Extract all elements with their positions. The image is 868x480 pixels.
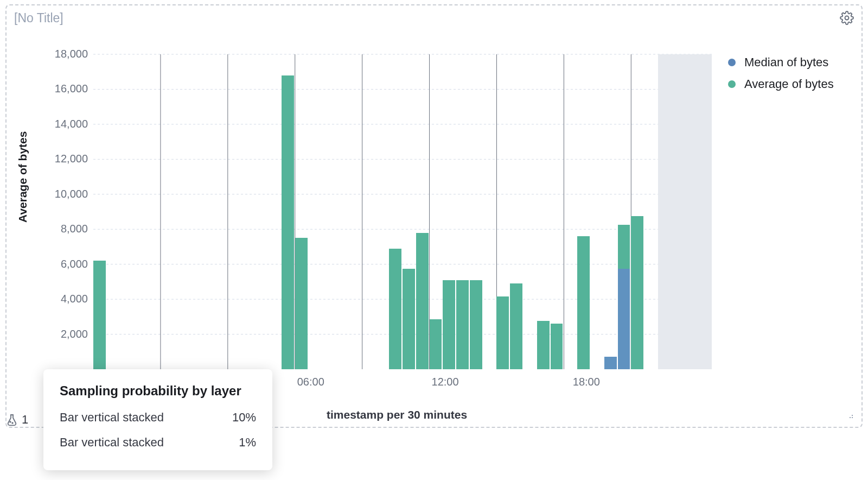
popover-row: Bar vertical stacked 1%	[60, 435, 256, 450]
legend-swatch-blue	[728, 59, 736, 66]
sampling-badge[interactable]: 1	[5, 413, 28, 427]
bar-average[interactable]	[510, 283, 522, 369]
x-tick: 18:00	[573, 376, 600, 388]
y-tick: 16,000	[44, 83, 88, 95]
bar-average[interactable]	[295, 238, 308, 369]
popover-row-value: 1%	[239, 435, 256, 450]
bar-median[interactable]	[604, 357, 617, 369]
y-tick: 12,000	[44, 153, 88, 165]
panel-title: [No Title]	[14, 11, 63, 26]
chart-end-cap	[658, 54, 712, 369]
y-tick: 18,000	[44, 48, 88, 60]
y-axis-label: Average of bytes	[16, 131, 29, 223]
x-tick: 12:00	[432, 376, 459, 388]
y-tick: 14,000	[44, 118, 88, 130]
popover-row-value: 10%	[232, 410, 256, 425]
bar-average[interactable]	[443, 280, 455, 369]
chart-plot-area[interactable]	[93, 54, 712, 369]
chart-legend: Median of bytes Average of bytes	[728, 55, 834, 99]
visualization-panel: [No Title] Average of bytes timestamp pe…	[5, 4, 863, 428]
y-tick: 4,000	[44, 293, 88, 305]
y-tick: 6,000	[44, 258, 88, 270]
y-tick: 8,000	[44, 223, 88, 235]
bar-average[interactable]	[551, 324, 563, 369]
y-tick: 10,000	[44, 188, 88, 200]
legend-label: Median of bytes	[744, 55, 828, 70]
legend-label: Average of bytes	[744, 77, 834, 91]
bar-median[interactable]	[618, 269, 630, 369]
bar-average[interactable]	[496, 296, 509, 369]
y-tick: 2,000	[44, 328, 88, 340]
beaker-icon	[5, 413, 18, 426]
sampling-popover: Sampling probability by layer Bar vertic…	[43, 369, 272, 470]
bar-average[interactable]	[618, 225, 630, 269]
bar-average[interactable]	[470, 280, 482, 369]
resize-handle-icon[interactable]	[845, 410, 854, 421]
legend-item-average[interactable]: Average of bytes	[728, 77, 834, 91]
popover-row: Bar vertical stacked 10%	[60, 410, 256, 425]
svg-point-18	[10, 421, 11, 422]
bar-average[interactable]	[537, 321, 550, 369]
bar-average[interactable]	[282, 75, 294, 369]
bar-average[interactable]	[416, 233, 429, 369]
bar-average[interactable]	[631, 216, 643, 369]
svg-point-0	[845, 16, 849, 20]
legend-item-median[interactable]: Median of bytes	[728, 55, 834, 70]
bar-average[interactable]	[456, 280, 469, 369]
legend-swatch-green	[728, 80, 736, 88]
bar-average[interactable]	[577, 236, 590, 369]
popover-row-label: Bar vertical stacked	[60, 410, 164, 425]
popover-title: Sampling probability by layer	[60, 383, 256, 399]
bar-average[interactable]	[389, 249, 401, 369]
gear-icon[interactable]	[840, 11, 854, 27]
bar-average[interactable]	[430, 319, 442, 369]
bar-average[interactable]	[403, 269, 415, 369]
bar-average[interactable]	[93, 261, 106, 369]
svg-point-19	[12, 422, 13, 424]
x-tick: 06:00	[297, 376, 324, 388]
x-axis-label: timestamp per 30 minutes	[327, 408, 467, 421]
popover-row-label: Bar vertical stacked	[60, 435, 164, 450]
sampling-badge-count: 1	[22, 413, 28, 427]
